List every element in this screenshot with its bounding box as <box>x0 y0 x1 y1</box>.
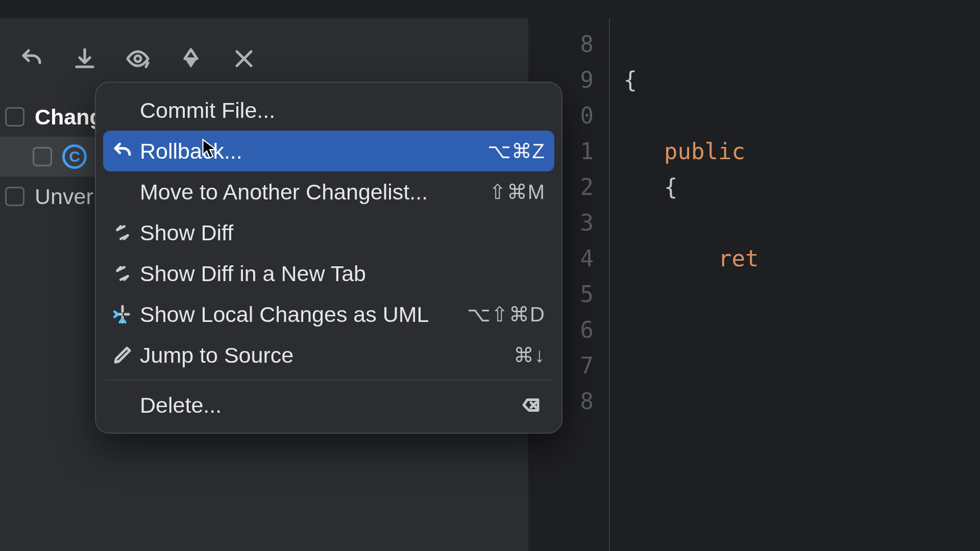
code-line: ret <box>610 245 758 271</box>
code-line: { <box>610 174 677 200</box>
menu-item-label: Jump to Source <box>140 343 510 368</box>
checkbox[interactable] <box>5 187 24 206</box>
code-editor[interactable]: 8 9 0 1 2 3 4 5 6 7 8 { public { ret <box>528 18 980 551</box>
undo-icon <box>108 137 137 165</box>
unversioned-root-label: Unver <box>35 184 93 209</box>
checkbox[interactable] <box>33 147 52 166</box>
menu-item-shortcut: ⌥⇧⌘D <box>467 303 545 326</box>
menu-item-label: Commit File... <box>140 98 545 123</box>
svg-point-0 <box>135 56 141 62</box>
menu-item-move-changelist[interactable]: Move to Another Changelist... ⇧⌘M <box>103 171 554 212</box>
menu-item-label: Delete... <box>140 393 513 418</box>
menu-item-commit-file[interactable]: Commit File... <box>103 90 554 131</box>
code-line <box>610 103 624 129</box>
menu-item-show-local-changes-uml[interactable]: Show Local Changes as UML ⌥⇧⌘D <box>103 294 554 335</box>
line-number: 8 <box>528 27 594 62</box>
file-type-badge-icon: C <box>62 144 87 169</box>
code-line: public <box>610 138 745 164</box>
menu-item-show-diff-new-tab[interactable]: Show Diff in a New Tab <box>103 253 554 294</box>
undo-icon[interactable] <box>15 42 48 75</box>
menu-item-jump-to-source[interactable]: Jump to Source ⌘↓ <box>103 335 554 375</box>
preview-eye-icon[interactable] <box>121 42 154 75</box>
changes-root-label: Chang <box>35 105 103 130</box>
menu-separator <box>105 380 552 381</box>
erase-icon <box>517 391 545 419</box>
menu-item-label: Show Diff in a New Tab <box>140 261 545 286</box>
menu-item-label: Rollback... <box>140 139 484 164</box>
uml-icon <box>108 300 137 329</box>
menu-item-rollback[interactable]: Rollback... ⌥⌘Z <box>103 131 554 171</box>
vcs-toolbar <box>0 28 260 89</box>
diff-arrows-icon <box>108 218 137 247</box>
code-line <box>610 210 624 236</box>
diff-arrows-icon <box>108 259 137 288</box>
menu-item-label: Move to Another Changelist... <box>140 180 486 205</box>
menu-item-shortcut: ⌘↓ <box>513 343 545 367</box>
pencil-icon <box>108 341 137 369</box>
context-menu: Commit File... Rollback... ⌥⌘Z Move to A… <box>95 82 562 434</box>
blank-icon <box>108 178 137 206</box>
menu-item-label: Show Diff <box>140 220 545 245</box>
editor-code[interactable]: { public { ret <box>610 18 758 551</box>
blank-icon <box>108 391 137 419</box>
blank-icon <box>108 96 137 124</box>
titlebar-dark-band <box>0 0 980 18</box>
code-line: { <box>610 67 637 93</box>
menu-item-label: Show Local Changes as UML <box>140 302 464 327</box>
menu-item-show-diff[interactable]: Show Diff <box>103 212 554 253</box>
download-icon[interactable] <box>68 42 101 75</box>
checkbox[interactable] <box>5 107 24 127</box>
menu-item-shortcut: ⇧⌘M <box>489 180 545 204</box>
diff-updown-icon[interactable] <box>175 42 207 75</box>
menu-item-delete[interactable]: Delete... <box>103 385 554 425</box>
close-icon[interactable] <box>228 42 260 75</box>
menu-item-shortcut: ⌥⌘Z <box>487 139 545 163</box>
